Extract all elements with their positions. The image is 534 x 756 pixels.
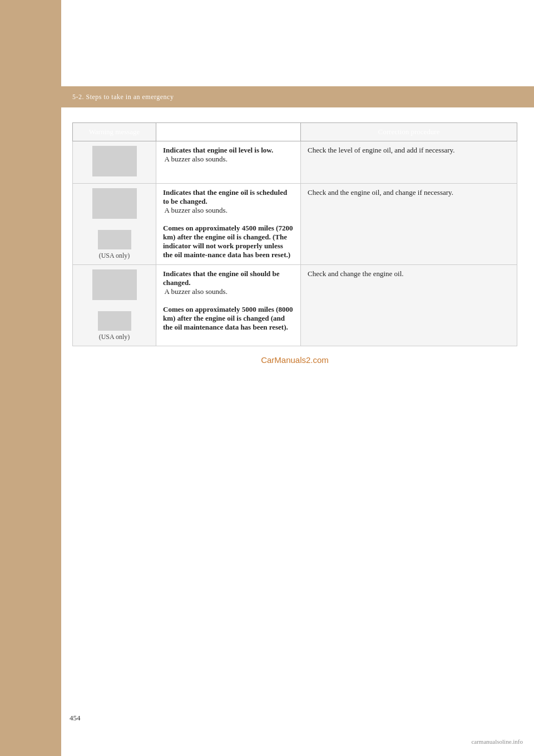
left-sidebar: [0, 0, 61, 756]
correction-cell-3: Check and change the engine oil.: [301, 265, 517, 346]
table-row: (USA only) Indicates that the engine oil…: [73, 265, 517, 346]
warning-image-3a: [92, 269, 137, 300]
correction-text-2: Check and the engine oil, and change if …: [308, 188, 453, 197]
col-header-details: Details: [156, 123, 301, 141]
table-row: (USA only) Indicates that the engine oil…: [73, 184, 517, 265]
correction-cell-2: Check and the engine oil, and change if …: [301, 184, 517, 265]
main-content: Warning message Details Correction proce…: [72, 122, 517, 689]
col-header-correction: Correction procedure: [301, 123, 517, 141]
bottom-website: carmanualsoline.info: [471, 738, 523, 745]
warning-table: Warning message Details Correction proce…: [72, 122, 517, 346]
col-header-warning: Warning message: [73, 123, 156, 141]
warning-image-2b: [98, 230, 131, 249]
table-row: Indicates that engine oil level is low. …: [73, 141, 517, 184]
watermark: CarManuals2.com: [72, 355, 517, 365]
detail-text-2a: Indicates that the engine oil is schedul…: [163, 188, 287, 205]
header-title: 5-2. Steps to take in an emergency: [72, 93, 174, 101]
warning-cell-1: [73, 141, 156, 184]
detail-text-2b: A buzzer also sounds.: [163, 206, 228, 214]
warning-cell-3: (USA only): [73, 265, 156, 346]
usa-only-label-3: (USA only): [80, 333, 149, 341]
usa-only-label-2: (USA only): [80, 252, 149, 260]
correction-cell-1: Check the level of engine oil, and add i…: [301, 141, 517, 184]
detail-text-3c: Comes on approximately 5000 miles (8000 …: [163, 305, 293, 331]
detail-text-2c: Comes on approximately 4500 miles (7200 …: [163, 224, 293, 259]
details-cell-1: Indicates that engine oil level is low. …: [156, 141, 301, 184]
detail-text-3a: Indicates that the engine oil should be …: [163, 269, 279, 287]
warning-image-3b: [98, 311, 131, 331]
correction-text-1: Check the level of engine oil, and add i…: [308, 146, 454, 154]
details-cell-3: Indicates that the engine oil should be …: [156, 265, 301, 346]
detail-text-1a: Indicates that engine oil level is low.: [163, 146, 273, 154]
header-bar: 5-2. Steps to take in an emergency: [61, 86, 534, 107]
correction-text-3: Check and change the engine oil.: [308, 269, 404, 278]
detail-text-1b: A buzzer also sounds.: [163, 155, 228, 163]
detail-text-3b: A buzzer also sounds.: [163, 287, 228, 296]
details-cell-2: Indicates that the engine oil is schedul…: [156, 184, 301, 265]
warning-image-2a: [92, 188, 137, 219]
warning-cell-2: (USA only): [73, 184, 156, 265]
warning-image-1: [92, 146, 137, 176]
page-number: 454: [70, 714, 81, 723]
